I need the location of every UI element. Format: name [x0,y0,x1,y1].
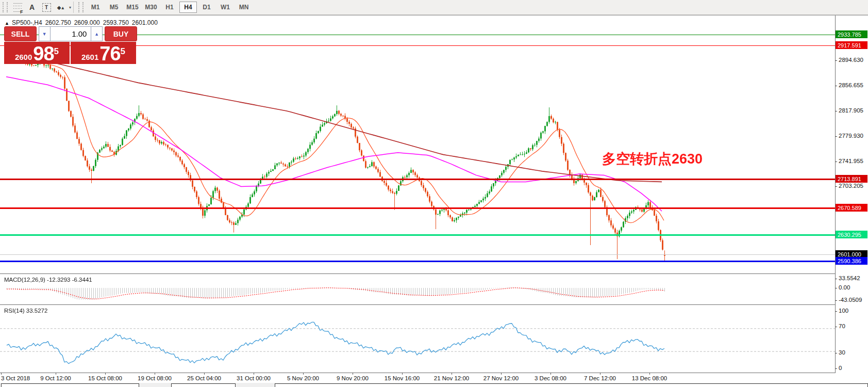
macd-tick-mark [835,279,837,279]
time-axis-label: 25 Oct 04:00 [187,375,221,381]
rsi-tick-mark [835,311,837,312]
rsi-tick-mark [835,327,837,327]
macd-axis-label: 0.00 [839,284,850,291]
timeframe-button-h1[interactable]: H1 [161,2,178,13]
level-line-2670.589[interactable] [0,207,835,209]
time-tick-mark [254,373,254,375]
volume-increase-button[interactable]: ▲ [91,26,103,41]
buy-button[interactable]: BUY [105,26,137,41]
chevron-down-icon[interactable]: ▾ [69,5,71,10]
fibonacci-icon[interactable]: F [11,2,24,13]
time-tick-mark [105,373,106,375]
price-tick-mark [835,136,837,137]
docked-window-edge[interactable] [1,383,139,387]
price-tick-mark [835,111,837,111]
price-badge: 2713.891 [836,175,867,183]
rsi-axis-label: 30 [839,349,845,356]
price-badge: 2670.589 [836,204,867,212]
price-tick-label: 2894.630 [839,57,863,63]
rsi-label: RSI(14) 33.5272 [4,308,47,314]
time-tick-mark [600,373,600,375]
timeframes-group: M1M5M15M30H1H4D1W1MN [86,2,253,13]
volume-input[interactable]: 1.00 [51,26,91,41]
volume-decrease-button[interactable]: ▼ [39,26,51,41]
macd-indicator-canvas[interactable] [0,275,835,304]
time-axis-label: 5 Nov 20:00 [287,375,319,381]
pane-divider[interactable] [0,273,835,274]
time-tick-mark [402,373,403,375]
timeframe-button-m1[interactable]: M1 [87,2,104,13]
time-tick-mark [550,373,551,375]
bottom-strip [0,383,868,387]
price-tick-label: 2817.905 [839,107,863,114]
time-tick-mark [649,373,650,375]
toolbar-grip[interactable] [3,2,8,12]
time-axis-label: 27 Nov 12:00 [483,375,519,381]
ask-price-box[interactable]: 2601 76 5 [71,42,136,64]
time-tick-mark [1,373,2,375]
timeframe-button-h4[interactable]: H4 [179,2,197,13]
chart-annotation: 多空转折点2630 [602,150,703,168]
level-line-2601[interactable] [0,254,835,255]
macd-axis-label: -43.0509 [839,297,862,303]
price-tick-label: 2741.955 [839,158,863,164]
price-badge: 2933.785 [836,30,867,38]
timeframe-button-m5[interactable]: M5 [105,2,123,13]
price-tick-mark [835,60,837,61]
time-tick-mark [452,373,452,375]
timeframe-button-d1[interactable]: D1 [198,2,215,13]
time-axis-label: 3 Oct 2018 [1,375,30,381]
text-icon[interactable]: A [25,2,39,13]
level-line-2590.386[interactable] [0,261,835,262]
time-axis-label: 7 Dec 12:00 [584,375,616,381]
docked-window-edge[interactable] [275,383,868,387]
time-tick-mark [155,373,155,375]
time-tick-mark [303,373,304,375]
level-line-2713.891[interactable] [0,179,835,180]
macd-axis-label: 33.5542 [839,275,860,281]
price-tick-label: 2856.655 [839,82,863,88]
timeframe-button-m30[interactable]: M30 [142,2,160,13]
bid-prefix: 2600 [15,52,32,62]
mt4-application: FAT◆▴ ▾ M1M5M15M30H1H4D1W1MN ▲SP500-,H42… [0,0,868,387]
time-axis-label: 19 Oct 08:00 [138,375,172,381]
level-line-2630.295[interactable] [0,234,835,236]
toolbar-grip-2[interactable] [78,2,84,12]
label-icon[interactable]: T [40,2,53,13]
macd-label: MACD(12,26,9) -12.3293 -6.3441 [4,277,92,283]
timeframe-button-mn[interactable]: MN [235,2,253,13]
time-axis-label: 3 Dec 08:00 [535,375,566,381]
time-tick-mark [204,373,205,375]
ask-big-digits: 76 [99,45,120,62]
rsi-tick-mark [835,368,837,369]
time-tick-mark [353,373,353,375]
bid-price-box[interactable]: 2600 98 5 [4,42,70,64]
rsi-axis-label: 100 [839,308,848,314]
bid-pips: 5 [54,42,59,61]
timeframe-button-m15[interactable]: M15 [124,2,141,13]
price-axis-border [835,15,836,373]
price-badge: 2630.295 [836,231,867,238]
one-click-trading-panel: SELL ▼ 1.00 ▲ BUY 2600 98 5 2601 76 5 [4,26,137,64]
bid-big-digits: 98 [33,45,54,62]
timeframe-button-w1[interactable]: W1 [216,2,234,13]
time-tick-mark [501,373,502,375]
pane-divider[interactable] [0,304,835,305]
top-toolbar: FAT◆▴ ▾ M1M5M15M30H1H4D1W1MN [0,0,868,15]
time-tick-mark [56,373,56,375]
macd-tick-mark [835,288,837,288]
pane-divider [0,373,835,373]
time-axis-label: 15 Oct 08:00 [88,375,122,381]
rsi-axis-label: 70 [839,323,845,329]
price-tick-label: 2703.205 [839,183,863,189]
arrows-icon[interactable]: ◆▴ [54,2,68,13]
time-axis-label: 15 Nov 16:00 [385,375,420,381]
macd-tick-mark [835,300,837,301]
rsi-indicator-canvas[interactable] [0,305,835,373]
price-tick-mark [835,86,837,86]
time-axis-label: 9 Nov 20:00 [337,375,369,381]
sell-button[interactable]: SELL [4,26,37,41]
docked-window-edge[interactable] [171,383,236,387]
rsi-tick-mark [835,353,837,353]
toolbar-separator [73,2,74,13]
